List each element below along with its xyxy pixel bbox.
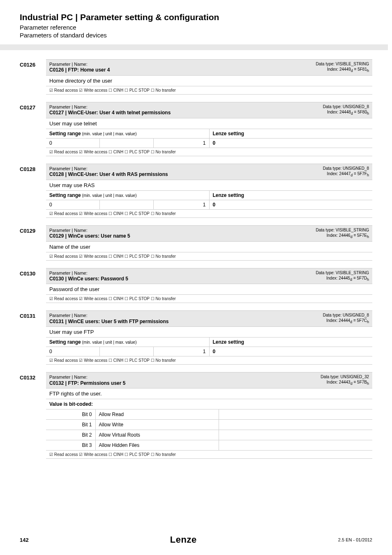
title-divider	[0, 44, 388, 50]
lenze-value: 0	[209, 347, 372, 356]
min-value: 0	[46, 347, 100, 356]
bit-label: Allow Write	[95, 420, 219, 430]
setting-range-header: Setting range (min. value | unit | max. …	[46, 129, 209, 139]
param-id: C0126	[20, 59, 46, 95]
setting-range-header: Setting range (min. value | unit | max. …	[46, 191, 209, 200]
setting-range-table: Setting range (min. value | unit | max. …	[46, 191, 372, 210]
brand-logo: Lenze	[170, 534, 197, 545]
param-description: Password of the user	[46, 284, 372, 295]
access-flags: ☑ Read access ☑ Write access ☐ CINH ☐ PL…	[46, 295, 372, 303]
param-id: C0131	[20, 310, 46, 365]
param-name: C0127 | WinCE-User: User 4 with telnet p…	[49, 110, 291, 116]
param-description: FTP rights of the user.	[46, 388, 372, 399]
page-footer: 142 Lenze 2.5 EN - 01/2012	[20, 534, 372, 545]
param-index: Index: 24445d = 5F7Dh	[297, 275, 369, 282]
param-block: C0129Parameter | Name:C0129 | WinCe user…	[20, 225, 372, 261]
param-id: C0128	[20, 164, 46, 218]
setting-range-table: Setting range (min. value | unit | max. …	[46, 129, 372, 148]
param-block: C0130Parameter | Name:C0130 | WinCe user…	[20, 268, 372, 303]
access-flags: ☑ Read access ☑ Write access ☐ CINH ☐ PL…	[46, 210, 372, 218]
lenze-value: 0	[209, 200, 372, 209]
page-number: 142	[20, 537, 29, 543]
bit-number: Bit 1	[46, 420, 95, 430]
param-datatype: Data type: UNSIGNED_32	[297, 374, 369, 379]
param-datatype: Data type: VISIBLE_STRING	[297, 61, 369, 67]
max-value: 1	[154, 200, 209, 209]
page-main-title: Industrial PC | Parameter setting & conf…	[20, 12, 372, 22]
param-id: C0132	[20, 372, 46, 459]
param-name-label: Parameter | Name:	[49, 166, 291, 171]
bit-number: Bit 2	[46, 430, 95, 440]
param-body: Parameter | Name:C0130 | WinCe users: Pa…	[46, 268, 372, 303]
param-description: User may use telnet	[46, 118, 372, 129]
param-header: Parameter | Name:C0130 | WinCe users: Pa…	[46, 268, 372, 284]
param-name-label: Parameter | Name:	[49, 270, 291, 276]
param-datatype: Data type: UNSIGNED_8	[297, 166, 369, 171]
param-name: C0128 | WinCE-User: User 4 with RAS perm…	[49, 171, 291, 178]
param-name-label: Parameter | Name:	[49, 312, 291, 318]
param-datatype: Data type: UNSIGNED_8	[297, 104, 369, 109]
param-datatype: Data type: VISIBLE_STRING	[297, 227, 369, 233]
param-name: C0126 | FTP: Home user 4	[49, 67, 291, 74]
max-value: 1	[154, 139, 209, 148]
unit-value	[100, 347, 154, 356]
param-block: C0128Parameter | Name:C0128 | WinCE-User…	[20, 164, 372, 218]
param-index: Index: 24443d = 5F7Bh	[297, 379, 369, 386]
bit-empty	[219, 420, 372, 430]
page-subtitle-2: Parameters of standard devices	[20, 32, 372, 39]
min-value: 0	[46, 139, 100, 148]
access-flags: ☑ Read access ☑ Write access ☐ CINH ☐ PL…	[46, 451, 372, 459]
doc-version: 2.5 EN - 01/2012	[338, 537, 372, 542]
lenze-value: 0	[209, 138, 372, 148]
param-body: Parameter | Name:C0126 | FTP: Home user …	[46, 59, 372, 95]
unit-value	[100, 200, 154, 209]
page-subtitle-1: Parameter reference	[20, 24, 372, 31]
lenze-setting-header: Lenze setting	[209, 129, 372, 139]
bit-label: Allow Hidden Files	[95, 440, 219, 451]
param-name: C0130 | WinCe users: Password 5	[49, 276, 291, 282]
param-index: Index: 24449d = 5F81h	[297, 67, 369, 74]
param-name-label: Parameter | Name:	[49, 61, 291, 67]
param-header: Parameter | Name:C0131 | WinCE users: Us…	[46, 310, 372, 327]
param-index: Index: 24446d = 5F7Eh	[297, 233, 369, 240]
param-header: Parameter | Name:C0132 | FTP: Permission…	[46, 372, 372, 388]
param-block: C0127Parameter | Name:C0127 | WinCE-User…	[20, 102, 372, 156]
param-header: Parameter | Name:C0126 | FTP: Home user …	[46, 59, 372, 76]
lenze-setting-header: Lenze setting	[209, 191, 372, 200]
param-description: User may use RAS	[46, 180, 372, 191]
param-id: C0130	[20, 268, 46, 303]
param-header: Parameter | Name:C0127 | WinCE-User: Use…	[46, 102, 372, 118]
param-datatype: Data type: UNSIGNED_8	[297, 312, 369, 318]
param-name: C0129 | WinCe users: User name 5	[49, 233, 291, 240]
param-index: Index: 24448d = 5F80h	[297, 109, 369, 116]
access-flags: ☑ Read access ☑ Write access ☐ CINH ☐ PL…	[46, 148, 372, 156]
param-block: C0126Parameter | Name:C0126 | FTP: Home …	[20, 59, 372, 95]
bit-label: Allow Read	[95, 409, 219, 420]
bit-number: Bit 3	[46, 440, 95, 451]
param-description: User may use FTP	[46, 327, 372, 338]
param-description: Name of the user	[46, 242, 372, 252]
param-header: Parameter | Name:C0129 | WinCe users: Us…	[46, 225, 372, 242]
param-body: Parameter | Name:C0129 | WinCe users: Us…	[46, 225, 372, 261]
param-block: C0132Parameter | Name:C0132 | FTP: Permi…	[20, 372, 372, 459]
param-index: Index: 24447d = 5F7Fh	[297, 171, 369, 178]
min-value: 0	[46, 200, 100, 209]
param-header: Parameter | Name:C0128 | WinCE-User: Use…	[46, 164, 372, 180]
access-flags: ☑ Read access ☑ Write access ☐ CINH ☐ PL…	[46, 356, 372, 365]
lenze-setting-header: Lenze setting	[209, 338, 372, 347]
unit-value	[100, 139, 154, 148]
bit-empty	[219, 440, 372, 451]
param-name-label: Parameter | Name:	[49, 374, 291, 380]
param-body: Parameter | Name:C0132 | FTP: Permission…	[46, 372, 372, 459]
param-id: C0129	[20, 225, 46, 261]
param-body: Parameter | Name:C0131 | WinCE users: Us…	[46, 310, 372, 365]
bits-table: Bit 0Allow ReadBit 1Allow WriteBit 2Allo…	[46, 409, 372, 451]
bit-number: Bit 0	[46, 409, 95, 420]
bit-empty	[219, 409, 372, 420]
param-index: Index: 24444d = 5F7Ch	[297, 318, 369, 325]
access-flags: ☑ Read access ☑ Write access ☐ CINH ☐ PL…	[46, 86, 372, 95]
param-block: C0131Parameter | Name:C0131 | WinCE user…	[20, 310, 372, 365]
bit-label: Allow Virtual Roots	[95, 430, 219, 440]
param-name-label: Parameter | Name:	[49, 227, 291, 233]
setting-range-header: Setting range (min. value | unit | max. …	[46, 338, 209, 347]
